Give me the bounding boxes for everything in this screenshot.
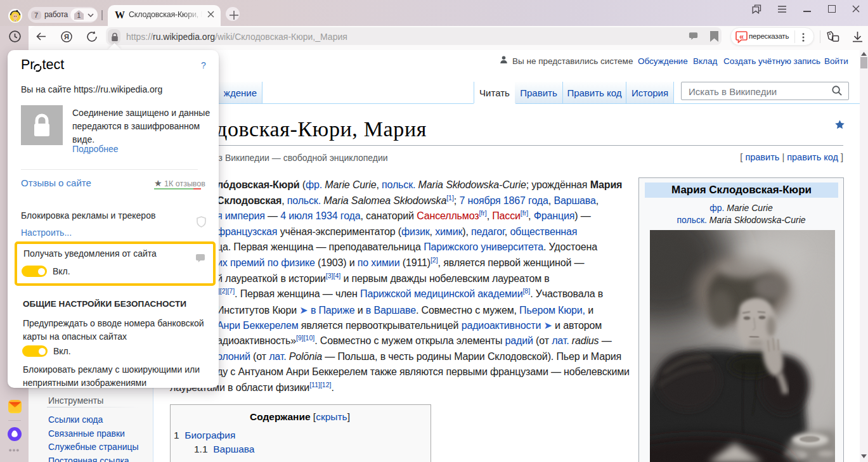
svg-text:«: « bbox=[739, 32, 744, 41]
svg-text:Я: Я bbox=[64, 33, 69, 41]
